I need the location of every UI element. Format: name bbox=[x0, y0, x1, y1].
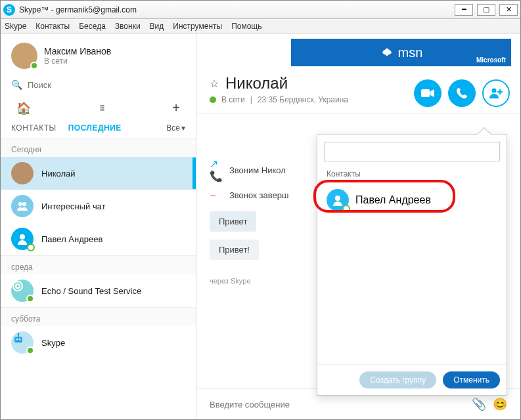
emoji-icon[interactable]: 😊 bbox=[493, 397, 507, 411]
popup-contact-list: Павел Андреев bbox=[317, 182, 507, 364]
tab-recent[interactable]: ПОСЛЕДНИЕ bbox=[68, 123, 122, 133]
sidebar: Максим Иванов В сети 🔍 🏠 ፧፧፧ + КОНТАКТЫ … bbox=[1, 33, 196, 419]
list-item[interactable]: Николай bbox=[1, 157, 196, 190]
dialpad-icon[interactable]: ፧፧፧ bbox=[100, 102, 104, 114]
msn-butterfly-icon bbox=[380, 45, 394, 60]
list-item[interactable]: Echo / Sound Test Service bbox=[1, 274, 196, 307]
recent-list: Сегодня Николай Интересный чат Павел Анд… bbox=[1, 138, 196, 419]
audio-call-button[interactable] bbox=[448, 79, 476, 107]
tab-filter[interactable]: Все ▾ bbox=[166, 123, 185, 133]
svg-point-6 bbox=[16, 339, 18, 341]
ad-banner-area: msn Microsoft bbox=[196, 33, 520, 68]
video-call-button[interactable] bbox=[414, 79, 442, 107]
cancel-button[interactable]: Отменить bbox=[443, 371, 500, 388]
separator: | bbox=[250, 95, 252, 104]
chevron-down-icon: ▾ bbox=[181, 123, 185, 133]
menu-skype[interactable]: Skype bbox=[5, 22, 26, 31]
attach-icon[interactable]: 📎 bbox=[472, 397, 486, 411]
maximize-button[interactable]: ▢ bbox=[477, 4, 495, 16]
window-title: Skype™ - germanik5@gmail.com bbox=[19, 5, 137, 14]
contact-avatar-icon bbox=[327, 189, 349, 211]
svg-rect-10 bbox=[421, 89, 430, 97]
close-button[interactable]: ✕ bbox=[499, 4, 518, 16]
message-bubble: Привет bbox=[210, 211, 256, 232]
presence-online-icon bbox=[26, 346, 34, 354]
profile-block[interactable]: Максим Иванов В сети bbox=[1, 33, 196, 74]
menu-tools[interactable]: Инструменты bbox=[173, 22, 222, 31]
favorite-star-icon[interactable]: ☆ bbox=[210, 77, 219, 90]
popup-contact-name: Павел Андреев bbox=[355, 194, 431, 206]
list-item-label: Павел Андреев bbox=[41, 234, 102, 244]
contact-avatar-icon bbox=[11, 228, 34, 250]
titlebar: S Skype™ - germanik5@gmail.com ━ ▢ ✕ bbox=[1, 1, 520, 19]
presence-ring-icon bbox=[27, 243, 35, 251]
conversation-status: В сети bbox=[221, 95, 245, 104]
popup-search-input[interactable] bbox=[330, 147, 494, 157]
active-marker bbox=[193, 158, 196, 189]
svg-point-3 bbox=[13, 282, 22, 291]
svg-point-14 bbox=[335, 196, 340, 201]
tab-filter-label: Все bbox=[166, 123, 180, 133]
profile-status: В сети bbox=[44, 56, 111, 66]
conversation-title: Николай bbox=[225, 74, 288, 93]
menu-view[interactable]: Вид bbox=[150, 22, 164, 31]
presence-online-icon bbox=[210, 96, 216, 103]
menubar: Skype Контакты Беседа Звонки Вид Инструм… bbox=[1, 19, 520, 33]
search-row[interactable]: 🔍 bbox=[1, 74, 196, 95]
skype-logo-icon: S bbox=[3, 4, 15, 16]
search-input[interactable] bbox=[28, 80, 185, 90]
tabs-row: КОНТАКТЫ ПОСЛЕДНИЕ Все ▾ bbox=[1, 123, 196, 138]
home-icon[interactable]: 🏠 bbox=[16, 101, 31, 116]
create-group-button[interactable]: Создать группу bbox=[359, 371, 436, 388]
call-outgoing-icon: ↗📞 bbox=[210, 158, 223, 182]
minimize-button[interactable]: ━ bbox=[455, 4, 473, 16]
section-saturday: суббота bbox=[1, 307, 196, 326]
message-bubble: Привет! bbox=[210, 240, 259, 260]
popup-contact-item[interactable]: Павел Андреев bbox=[324, 185, 500, 215]
add-icon[interactable]: + bbox=[172, 100, 180, 116]
profile-name: Максим Иванов bbox=[44, 46, 111, 56]
presence-online-icon bbox=[26, 295, 34, 303]
svg-rect-5 bbox=[14, 337, 22, 343]
nav-icons: 🏠 ፧፧፧ + bbox=[1, 95, 196, 123]
presence-online-icon bbox=[30, 62, 38, 70]
echo-avatar-icon bbox=[11, 280, 34, 302]
svg-point-7 bbox=[19, 339, 21, 341]
profile-avatar bbox=[11, 43, 37, 69]
call-ended-icon: ⌢ bbox=[210, 189, 223, 201]
microsoft-label: Microsoft bbox=[476, 56, 506, 64]
menu-contacts[interactable]: Контакты bbox=[35, 22, 70, 31]
svg-point-4 bbox=[16, 284, 20, 288]
section-wednesday: среда bbox=[1, 255, 196, 274]
list-item-label: Echo / Sound Test Service bbox=[41, 286, 141, 296]
svg-point-11 bbox=[492, 89, 497, 93]
svg-point-9 bbox=[18, 333, 20, 335]
message-input[interactable] bbox=[210, 400, 465, 410]
section-today: Сегодня bbox=[1, 138, 196, 157]
msn-banner[interactable]: msn Microsoft bbox=[291, 39, 511, 66]
list-item[interactable]: Павел Андреев bbox=[1, 222, 196, 255]
skype-bot-avatar-icon bbox=[11, 331, 34, 354]
call-buttons bbox=[414, 79, 510, 107]
window-controls: ━ ▢ ✕ bbox=[455, 4, 518, 16]
contact-avatar bbox=[11, 162, 34, 184]
search-icon: 🔍 bbox=[11, 79, 22, 90]
menu-help[interactable]: Помощь bbox=[231, 22, 261, 31]
add-participant-button[interactable] bbox=[482, 79, 510, 107]
popup-search-box[interactable] bbox=[324, 142, 500, 161]
conversation-pane: msn Microsoft ☆ Николай В сети | 23:35 Б… bbox=[196, 33, 520, 419]
svg-point-1 bbox=[22, 202, 26, 206]
group-avatar-icon bbox=[11, 195, 34, 217]
menu-calls[interactable]: Звонки bbox=[115, 22, 141, 31]
list-item[interactable]: Интересный чат bbox=[1, 190, 196, 222]
list-item-label: Интересный чат bbox=[41, 201, 106, 211]
list-item-label: Николай bbox=[41, 169, 76, 178]
svg-point-0 bbox=[18, 202, 22, 206]
presence-ring-icon bbox=[342, 205, 350, 213]
popup-footer: Создать группу Отменить bbox=[317, 364, 507, 395]
svg-point-2 bbox=[20, 234, 25, 240]
menu-conversation[interactable]: Беседа bbox=[79, 22, 106, 31]
conversation-header: ☆ Николай В сети | 23:35 Бердянск, Украи… bbox=[196, 68, 520, 114]
list-item[interactable]: Skype bbox=[1, 326, 196, 359]
tab-contacts[interactable]: КОНТАКТЫ bbox=[11, 123, 57, 133]
